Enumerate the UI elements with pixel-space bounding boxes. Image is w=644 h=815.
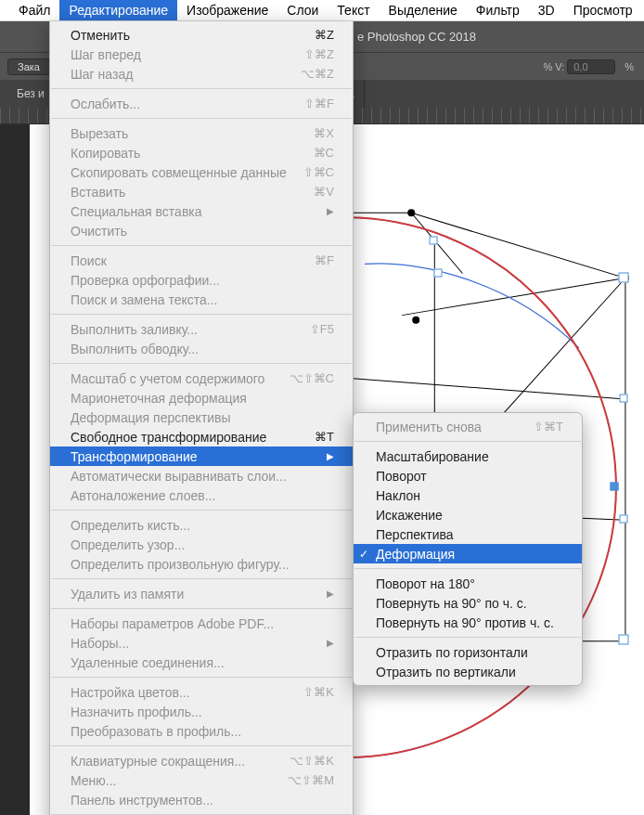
menu-item[interactable]: Повернуть на 90° против ч. с.	[354, 613, 582, 632]
options-pct: %	[625, 61, 634, 72]
handle[interactable]	[434, 269, 443, 278]
menu-item-label: Автоматически выравнивать слои...	[71, 469, 287, 484]
menu-item: Ослабить...⇧⌘F	[50, 94, 353, 113]
menu-item[interactable]: Отразить по вертикали	[354, 662, 582, 681]
menu-item-label: Трансформирование	[71, 449, 198, 464]
menu-item: Специальная вставка▶	[50, 201, 353, 221]
menu-item-label: Шаг вперед	[71, 47, 141, 62]
menu-item-label: Специальная вставка	[71, 204, 202, 219]
menu-shortcut: ⇧⌘K	[303, 685, 334, 699]
mac-menubar: ФайлРедактированиеИзображениеСлоиТекстВы…	[0, 0, 644, 21]
menu-item-label: Масштаб с учетом содержимого	[71, 371, 264, 386]
menu-separator	[51, 88, 352, 89]
menu-item-label: Определить узор...	[71, 537, 185, 552]
menu-item-label: Поиск	[71, 253, 107, 268]
menu-item: Наборы...▶	[50, 633, 353, 653]
menu-item[interactable]: Отразить по горизонтали	[354, 642, 582, 662]
menu-item-label: Очистить	[71, 224, 127, 239]
menu-item[interactable]: Свободное трансформирование⌘T	[50, 427, 353, 446]
menu-item-label: Проверка орфографии...	[71, 273, 220, 288]
menu-item-label: Вырезать	[71, 126, 128, 141]
menu-item[interactable]: Отменить⌘Z	[50, 25, 353, 45]
menu-separator	[354, 568, 581, 569]
menu-shortcut: ⇧⌘C	[303, 165, 334, 179]
menu-shortcut: ⌥⇧⌘K	[290, 754, 334, 768]
menu-item: Очистить	[50, 221, 353, 240]
menubar-item[interactable]: 3D	[529, 0, 564, 20]
menu-item[interactable]: Трансформирование▶	[50, 446, 353, 466]
menu-item-label: Настройка цветов...	[71, 685, 190, 700]
options-button[interactable]: Зака	[7, 58, 50, 75]
handle[interactable]	[619, 273, 629, 283]
menu-item-label: Отразить по горизонтали	[376, 645, 528, 660]
menu-item[interactable]: Поворот	[354, 466, 582, 485]
menu-item-label: Деформация	[376, 547, 455, 562]
menu-item: Определить кисть...	[50, 515, 353, 535]
menu-shortcut: ⌥⌘Z	[301, 67, 334, 81]
menubar-item[interactable]: Текст	[328, 0, 379, 20]
app-title: e Photoshop CC 2018	[357, 30, 476, 44]
menu-item-label: Наборы параметров Adobe PDF...	[71, 616, 274, 631]
menu-shortcut: ⌥⇧⌘M	[288, 773, 334, 787]
handle[interactable]	[430, 237, 438, 245]
menubar-item[interactable]: Выделение	[380, 0, 467, 20]
options-v-field[interactable]: 0,0	[567, 59, 615, 74]
menu-item-label: Поиск и замена текста...	[71, 292, 217, 307]
submenu-arrow-icon: ▶	[327, 638, 334, 648]
menu-item-label: Меню...	[71, 773, 117, 788]
menu-item[interactable]: Масштабирование	[354, 446, 582, 466]
menu-item-label: Повернуть на 90° против ч. с.	[376, 615, 554, 630]
menubar-item[interactable]: Слои	[277, 0, 328, 20]
menu-item-label: Наборы...	[71, 636, 129, 651]
menu-item[interactable]: Поворот на 180°	[354, 574, 582, 593]
menu-item: Удалить из памяти▶	[50, 584, 353, 603]
menu-item: Выполнить заливку...⇧F5	[50, 319, 353, 339]
menubar-item[interactable]: Фильтр	[467, 0, 529, 20]
menu-item: Меню...⌥⇧⌘M	[50, 770, 353, 790]
menubar-item[interactable]: Изображение	[177, 0, 277, 20]
menu-item: Вставить⌘V	[50, 182, 353, 201]
anchor[interactable]	[611, 483, 619, 491]
menu-item[interactable]: ✓Деформация	[354, 544, 582, 563]
menu-item: Деформация перспективы	[50, 408, 353, 427]
menubar-item[interactable]: Файл	[9, 0, 59, 20]
menu-item: Шаг назад⌥⌘Z	[50, 64, 353, 84]
menu-item[interactable]: Искажение	[354, 505, 582, 524]
menu-item: Копировать⌘C	[50, 143, 353, 162]
menu-item: Выполнить обводку...	[50, 339, 353, 358]
menu-shortcut: ⇧F5	[310, 322, 334, 336]
menu-item-label: Перспектива	[376, 527, 454, 542]
menu-item-label: Скопировать совмещенные данные	[71, 165, 287, 180]
menu-item-label: Клавиатурные сокращения...	[71, 754, 245, 769]
menu-separator	[354, 441, 581, 442]
check-icon: ✓	[359, 548, 368, 561]
menu-separator	[51, 745, 352, 746]
menu-item-label: Вставить	[71, 185, 125, 200]
menubar-item[interactable]: Редактирование	[59, 0, 177, 20]
menu-item-label: Повернуть на 90° по ч. с.	[376, 596, 527, 611]
handle[interactable]	[620, 395, 628, 403]
menu-item[interactable]: Наклон	[354, 485, 582, 505]
menu-item[interactable]: Повернуть на 90° по ч. с.	[354, 593, 582, 613]
menu-item: Определить узор...	[50, 535, 353, 554]
menu-shortcut: ⌘X	[314, 126, 334, 140]
menu-item-label: Отразить по вертикали	[376, 665, 516, 679]
menu-item-label: Масштабирование	[376, 449, 489, 464]
menu-item-label: Выполнить обводку...	[71, 342, 199, 356]
menu-item-label: Применить снова	[376, 420, 482, 434]
menu-item[interactable]: Перспектива	[354, 524, 582, 544]
menu-item: Преобразовать в профиль...	[50, 721, 353, 741]
menu-item-label: Марионеточная деформация	[71, 391, 247, 406]
menu-item: Скопировать совмещенные данные⇧⌘C	[50, 162, 353, 182]
menu-shortcut: ⇧⌘Z	[304, 47, 334, 61]
menu-item-label: Выполнить заливку...	[71, 322, 198, 337]
menu-item: Поиск⌘F	[50, 251, 353, 270]
menu-separator	[51, 118, 352, 119]
edit-menu: Отменить⌘ZШаг вперед⇧⌘ZШаг назад⌥⌘ZОслаб…	[49, 21, 354, 815]
handle[interactable]	[619, 635, 629, 645]
menu-shortcut: ⌥⇧⌘C	[290, 371, 334, 385]
menubar-item[interactable]: Просмотр	[564, 0, 642, 20]
menu-item-label: Определить кисть...	[71, 518, 190, 533]
handle[interactable]	[620, 515, 628, 524]
svg-point-1	[407, 209, 415, 216]
